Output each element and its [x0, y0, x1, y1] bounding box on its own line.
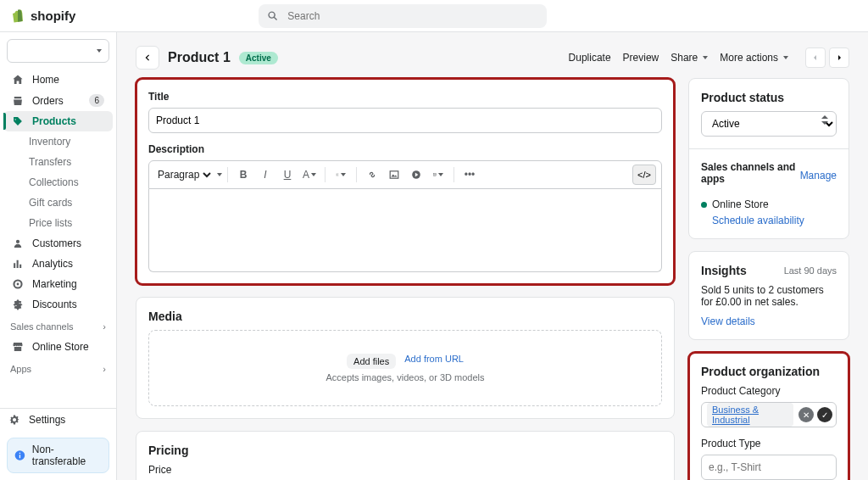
more-formatting-button[interactable]: •••: [459, 165, 480, 185]
settings-label: Settings: [29, 414, 65, 426]
page-title: Product 1: [168, 50, 231, 65]
title-description-card: Title Description Paragraph B I U: [136, 78, 675, 285]
underline-button[interactable]: U: [277, 165, 298, 185]
gear-icon: [8, 414, 20, 426]
pricing-heading: Pricing: [148, 444, 662, 457]
store-icon: [12, 341, 24, 353]
manage-channels-link[interactable]: Manage: [800, 170, 837, 181]
back-button[interactable]: [136, 46, 159, 70]
nav-label: Marketing: [32, 278, 77, 290]
arrow-left-icon: [142, 53, 153, 63]
more-actions[interactable]: More actions: [720, 52, 788, 64]
apps-heading: Apps ›: [0, 357, 116, 376]
search-input[interactable]: [286, 9, 538, 23]
add-from-url-link[interactable]: Add from URL: [404, 354, 464, 369]
store-picker[interactable]: [7, 39, 109, 63]
duplicate-action[interactable]: Duplicate: [569, 52, 611, 64]
analytics-icon: [12, 258, 24, 270]
link-button[interactable]: [362, 165, 382, 185]
nav-analytics[interactable]: Analytics: [3, 254, 113, 274]
insights-view-details-link[interactable]: View details: [701, 315, 755, 327]
nav-collections[interactable]: Collections: [3, 172, 113, 193]
status-select[interactable]: Active: [701, 111, 837, 137]
nav-gift-cards[interactable]: Gift cards: [3, 193, 113, 213]
nav-marketing[interactable]: Marketing: [3, 274, 113, 294]
title-input[interactable]: [148, 108, 662, 133]
chevron-down-icon: [783, 56, 788, 59]
chevron-down-icon: [341, 173, 346, 176]
chevron-down-icon: [97, 49, 102, 53]
add-files-button[interactable]: Add files: [347, 354, 396, 369]
nav-transfers[interactable]: Transfers: [3, 152, 113, 172]
confirm-category-button[interactable]: ✓: [817, 407, 832, 422]
video-button[interactable]: [406, 165, 426, 185]
paragraph-select[interactable]: Paragraph: [154, 168, 214, 181]
description-editor[interactable]: [148, 189, 662, 272]
nav-orders[interactable]: Orders 6: [3, 90, 113, 111]
share-action[interactable]: Share: [670, 52, 708, 64]
media-dropzone[interactable]: Add files Add from URL Accepts images, v…: [148, 330, 662, 406]
table-icon: [433, 170, 437, 180]
nav-customers[interactable]: Customers: [3, 233, 113, 254]
chevron-down-icon: [311, 173, 316, 176]
nav-label: Price lists: [29, 217, 72, 229]
shopify-logo[interactable]: shopify: [10, 8, 75, 24]
nav-label: Orders: [32, 95, 64, 107]
italic-button[interactable]: I: [255, 165, 275, 185]
table-button[interactable]: [428, 165, 448, 185]
orders-count-badge: 6: [89, 94, 104, 107]
discounts-icon: [12, 299, 24, 310]
html-view-button[interactable]: </>: [632, 165, 656, 185]
text-color-button[interactable]: A: [299, 165, 320, 185]
prev-product-button[interactable]: [805, 47, 826, 68]
nav-label: Products: [32, 115, 76, 127]
chevron-right-icon[interactable]: ›: [103, 364, 106, 374]
nav-label: Collections: [29, 176, 79, 188]
channels-heading: Sales channels and apps: [701, 161, 800, 185]
next-product-button[interactable]: [829, 47, 849, 68]
play-icon: [411, 170, 421, 180]
image-button[interactable]: [384, 165, 404, 185]
nav-settings[interactable]: Settings: [0, 408, 116, 431]
clear-category-button[interactable]: ✕: [798, 407, 814, 422]
align-button[interactable]: [331, 165, 351, 185]
link-icon: [367, 170, 377, 180]
orders-icon: [12, 95, 24, 107]
chevron-left-icon: [811, 53, 820, 62]
customers-icon: [12, 237, 24, 249]
nav-products[interactable]: Products: [3, 111, 113, 131]
nav-home[interactable]: Home: [3, 70, 113, 90]
align-icon: [336, 170, 339, 180]
search-bar[interactable]: [259, 4, 547, 28]
bag-icon: [10, 8, 25, 24]
nav-label: Customers: [32, 237, 81, 249]
pricing-card: Pricing Price £ Compare at price £: [136, 431, 675, 480]
media-hint: Accepts images, videos, or 3D models: [326, 372, 484, 382]
nav-label: Gift cards: [29, 197, 72, 209]
sidebar: Home Orders 6 Products Inventory Transfe…: [0, 32, 117, 480]
nav-discounts[interactable]: Discounts: [3, 294, 113, 315]
nav-label: Inventory: [29, 136, 70, 148]
non-transferable-banner: Non-transferable: [7, 438, 109, 473]
nav-inventory[interactable]: Inventory: [3, 131, 113, 152]
nav-price-lists[interactable]: Price lists: [3, 213, 113, 233]
channel-online-store: Online Store: [712, 198, 769, 210]
status-dot-icon: [701, 202, 707, 208]
media-card: Media Add files Add from URL Accepts ima…: [136, 297, 675, 419]
brand-name: shopify: [31, 8, 75, 23]
product-type-input[interactable]: [701, 455, 837, 480]
product-status-heading: Product status: [701, 91, 837, 104]
nav-online-store[interactable]: Online Store: [3, 337, 113, 357]
description-heading: Description: [148, 143, 662, 155]
preview-action[interactable]: Preview: [623, 52, 659, 64]
bold-button[interactable]: B: [233, 165, 253, 185]
chevron-right-icon: [835, 53, 843, 62]
sales-channels-heading: Sales channels ›: [0, 315, 116, 333]
main-content: Product 1 Active Duplicate Preview Share…: [117, 32, 868, 480]
category-tag[interactable]: Business & Industrial: [707, 403, 793, 427]
schedule-availability-link[interactable]: Schedule availability: [712, 215, 804, 226]
product-status-card: Product status Active Sales channels and…: [688, 78, 849, 239]
header-actions: Duplicate Preview Share More actions: [569, 47, 849, 68]
chevron-right-icon[interactable]: ›: [103, 321, 106, 332]
category-input[interactable]: Business & Industrial ✕ ✓: [701, 402, 837, 427]
